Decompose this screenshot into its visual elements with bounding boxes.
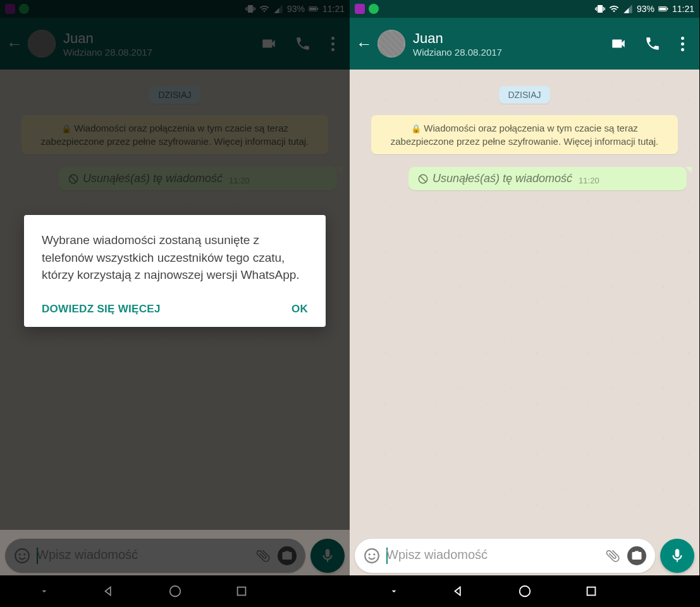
svg-point-15 (365, 549, 379, 563)
chat-body: DZISIAJ 🔒 Wiadomości oraz połączenia w t… (350, 70, 699, 530)
signal-icon (623, 4, 633, 14)
svg-rect-12 (667, 8, 668, 10)
message-input[interactable]: Wpisz wiadomość (355, 539, 655, 573)
nav-back-icon[interactable] (451, 584, 465, 598)
back-button[interactable]: ← (356, 34, 372, 54)
more-options-icon[interactable] (679, 34, 687, 54)
prohibit-icon (417, 173, 429, 185)
emoji-icon[interactable] (364, 548, 380, 564)
svg-line-14 (421, 176, 426, 181)
vibrate-icon (595, 4, 605, 14)
spotify-icon (369, 4, 379, 14)
svg-point-18 (519, 586, 530, 597)
phone-screen-right: 93% 11:21 ← Juan Widziano 28.08.2017 DZI… (350, 0, 699, 607)
status-time: 11:21 (672, 4, 694, 14)
attach-icon[interactable] (601, 544, 625, 568)
svg-rect-19 (587, 587, 595, 596)
message-time: 11:20 (579, 176, 599, 185)
ok-button[interactable]: OK (292, 303, 308, 316)
battery-icon (658, 4, 668, 14)
nav-recent-icon[interactable] (584, 584, 598, 598)
nav-home-icon[interactable] (518, 584, 532, 598)
dialog-body-text: Wybrane wiadomości zostaną usunięte z te… (42, 231, 308, 284)
voice-call-icon[interactable] (644, 35, 661, 52)
video-call-icon[interactable] (610, 35, 627, 52)
contact-last-seen: Widziano 28.08.2017 (413, 47, 610, 58)
learn-more-button[interactable]: DOWIEDZ SIĘ WIĘCEJ (42, 303, 161, 316)
mic-button[interactable] (660, 539, 694, 573)
contact-avatar[interactable] (378, 30, 405, 58)
svg-point-17 (373, 553, 375, 555)
deleted-message-bubble[interactable]: Usunąłeś(aś) tę wiadomość 11:20 (408, 167, 687, 190)
status-bar: 93% 11:21 (350, 0, 699, 18)
input-bar: Wpisz wiadomość (355, 536, 694, 575)
android-nav-bar (350, 575, 699, 607)
date-chip: DZISIAJ (499, 86, 550, 104)
camera-icon[interactable] (627, 546, 646, 565)
notification-icon (355, 4, 365, 14)
battery-percent: 93% (637, 4, 654, 14)
svg-rect-11 (659, 8, 666, 10)
svg-point-16 (369, 553, 371, 555)
chat-header[interactable]: ← Juan Widziano 28.08.2017 (350, 18, 699, 70)
nav-collapse-icon[interactable] (389, 586, 399, 596)
phone-screen-left: 93% 11:21 ← Juan Widziano 28.08.2017 DZI… (0, 0, 350, 607)
encryption-notice[interactable]: 🔒 Wiadomości oraz połączenia w tym czaci… (371, 115, 678, 154)
wifi-icon (609, 4, 619, 14)
contact-name: Juan (413, 30, 610, 47)
lock-icon: 🔒 (411, 124, 421, 133)
delete-dialog: Wybrane wiadomości zostaną usunięte z te… (24, 215, 326, 327)
